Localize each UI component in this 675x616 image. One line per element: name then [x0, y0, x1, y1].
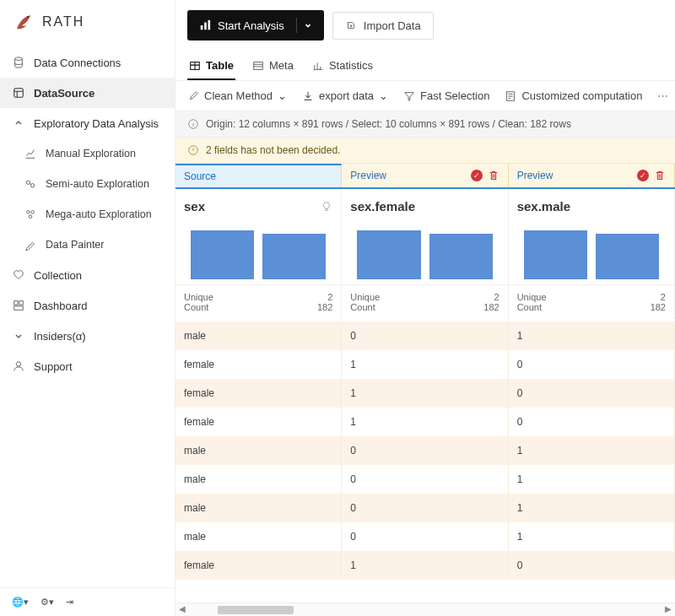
sidebar-item-data-painter[interactable]: Data Painter	[0, 230, 175, 260]
table-cell: male	[176, 322, 342, 350]
mega-auto-icon	[24, 208, 37, 221]
clean-icon	[187, 90, 199, 102]
column-head-label: Source	[184, 170, 216, 182]
start-analysis-button[interactable]: Start Analysis	[187, 10, 324, 41]
svg-rect-14	[208, 20, 211, 30]
svg-rect-12	[201, 25, 203, 30]
scroll-left-icon[interactable]: ◀	[179, 604, 186, 613]
check-icon[interactable]: ✓	[637, 170, 649, 181]
sidebar-item-datasource[interactable]: DataSource	[0, 78, 175, 108]
column-head-preview[interactable]: Preview ✓	[342, 164, 508, 187]
table-cell: 0	[509, 350, 675, 379]
filter-icon	[403, 90, 415, 102]
table-row: male01	[176, 494, 675, 522]
tab-statistics[interactable]: Statistics	[310, 51, 375, 80]
sidebar-item-collection[interactable]: Collection	[0, 260, 175, 290]
column-title: sex	[184, 199, 205, 213]
sidebar-item-semi-auto[interactable]: Semi-auto Exploration	[0, 169, 175, 199]
trash-icon[interactable]	[488, 170, 500, 181]
table-cell: 0	[342, 522, 508, 551]
stats-cell: Unique2 Count182	[342, 285, 508, 319]
main: Start Analysis Import Data Table Meta St…	[176, 0, 675, 616]
topbar: Start Analysis Import Data	[176, 0, 675, 51]
tool-label: Customized computation	[521, 89, 642, 102]
tab-label: Meta	[269, 59, 294, 72]
horizontal-scrollbar[interactable]: ◀ ▶	[176, 602, 675, 616]
table-cell: 1	[342, 551, 508, 580]
column-head-label: Preview	[517, 170, 554, 181]
tab-meta[interactable]: Meta	[251, 51, 295, 80]
dashboard-icon	[12, 299, 25, 312]
column-summary: sex.female	[342, 189, 508, 284]
table-cell: 0	[509, 408, 675, 436]
scroll-right-icon[interactable]: ▶	[665, 604, 672, 613]
svg-point-4	[30, 184, 34, 187]
tab-table[interactable]: Table	[187, 51, 235, 80]
sidebar-item-data-connections[interactable]: Data Connections	[0, 47, 175, 78]
column-title: sex.male	[517, 199, 570, 213]
sidebar-item-label: Mega-auto Exploration	[46, 208, 152, 220]
chevron-down-icon	[12, 329, 25, 343]
chart-line-icon	[24, 147, 37, 160]
chevron-down-icon: ⌄	[379, 89, 388, 102]
table-cell: male	[176, 436, 342, 465]
svg-rect-2	[14, 89, 24, 98]
sidebar-item-label: Insiders(α)	[34, 330, 86, 343]
mini-chart	[350, 229, 499, 279]
summary-row: sex sex.female sex.male	[176, 189, 675, 285]
sidebar-item-manual-exploration[interactable]: Manual Exploration	[0, 138, 175, 169]
table-cell: 1	[509, 436, 675, 465]
clean-method-tool[interactable]: Clean Method ⌄	[187, 89, 287, 102]
lightbulb-icon[interactable]	[321, 201, 332, 213]
sidebar-item-support[interactable]: Support	[0, 351, 175, 381]
brand-name: RATH	[42, 14, 84, 30]
table-cell: 1	[509, 322, 675, 350]
customized-computation-tool[interactable]: Customized computation	[505, 89, 642, 102]
sidebar-item-eda[interactable]: Exploratory Data Analysis	[0, 108, 175, 138]
column-head-row: Source Preview ✓ Preview ✓	[176, 164, 675, 189]
table-cell: male	[176, 465, 342, 494]
tabs: Table Meta Statistics	[176, 51, 675, 81]
more-tool[interactable]: ⋯	[657, 89, 668, 102]
sidebar-item-label: Dashboard	[34, 300, 88, 312]
sidebar-item-dashboard[interactable]: Dashboard	[0, 290, 175, 321]
column-head-preview[interactable]: Preview ✓	[509, 164, 675, 187]
table-cell: 0	[342, 494, 508, 522]
meta-icon	[252, 60, 264, 72]
compute-icon	[505, 90, 516, 102]
sidebar-item-insiders[interactable]: Insiders(α)	[0, 321, 175, 351]
stat-value: 182	[651, 302, 666, 312]
stat-value: 2	[494, 292, 500, 302]
column-head-source[interactable]: Source	[176, 164, 342, 187]
table-row: male01	[176, 465, 675, 494]
scroll-thumb[interactable]	[218, 606, 294, 614]
import-icon	[345, 19, 357, 31]
table-cell: 1	[509, 522, 675, 551]
svg-point-7	[29, 215, 32, 219]
sidebar-collapse-button[interactable]: ⇥	[66, 597, 73, 608]
check-icon[interactable]: ✓	[471, 170, 483, 181]
export-data-tool[interactable]: export data ⌄	[302, 89, 388, 102]
warn-bar: 2 fields has not been decided.	[176, 138, 675, 164]
download-icon	[302, 90, 314, 102]
table-cell: 1	[342, 408, 508, 436]
table-row: male01	[176, 322, 675, 350]
svg-point-11	[16, 362, 20, 366]
info-icon	[187, 118, 199, 130]
settings-button[interactable]: ⚙▾	[40, 597, 54, 608]
import-data-button[interactable]: Import Data	[332, 12, 434, 40]
column-title: sex.female	[350, 199, 415, 213]
stat-label: Count	[350, 302, 375, 312]
sidebar-item-mega-auto[interactable]: Mega-auto Exploration	[0, 199, 175, 230]
table-cell: female	[176, 379, 342, 408]
language-button[interactable]: 🌐▾	[12, 597, 29, 608]
table-cell: 1	[342, 379, 508, 408]
button-label: Start Analysis	[218, 19, 284, 32]
svg-rect-13	[204, 23, 207, 30]
stats-cell: Unique2 Count182	[509, 285, 675, 319]
column-summary: sex	[176, 189, 342, 284]
trash-icon[interactable]	[654, 170, 666, 181]
stat-value: 182	[483, 302, 499, 312]
fast-selection-tool[interactable]: Fast Selection	[403, 89, 489, 102]
sidebar-item-label: Semi-auto Exploration	[46, 178, 149, 190]
